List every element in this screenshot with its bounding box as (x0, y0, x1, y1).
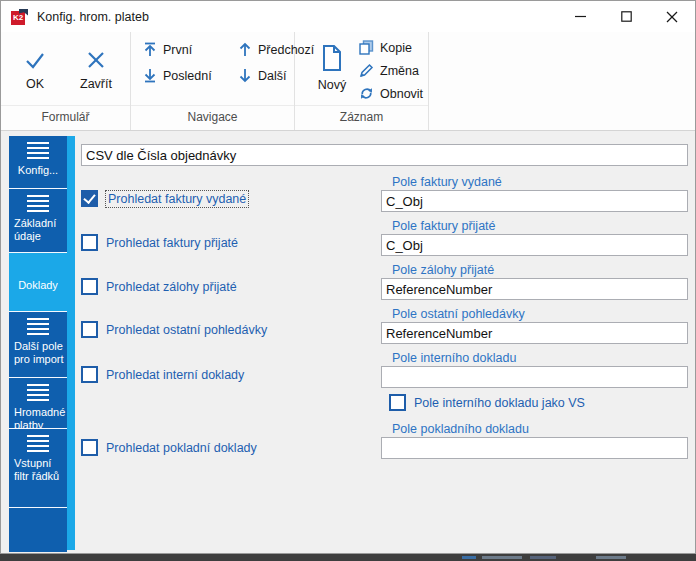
edit-pencil-icon (359, 63, 374, 78)
refresh-button[interactable]: Obnovit (359, 86, 423, 101)
checkbox-label[interactable]: Pole interního dokladu jako VS (414, 396, 585, 410)
window-controls (557, 1, 695, 32)
input-pole-ostatni-pohledavky[interactable] (381, 322, 688, 344)
edit-button-label: Změna (380, 64, 419, 78)
minimize-icon (575, 11, 586, 22)
ribbon-group-label-zaznam: Záznam (295, 105, 428, 130)
config-name-input[interactable] (81, 144, 688, 166)
input-pole-faktury-prijate[interactable] (381, 234, 688, 256)
checkbox-prohledat-ostatni-pohledavky[interactable] (81, 321, 98, 338)
ribbon: OK Zavřít Formulář (1, 32, 695, 131)
checkbox-prohledat-faktury-vydane[interactable] (81, 190, 98, 207)
sidebar-tab-hromadne-platby[interactable]: Hromadné platby (9, 378, 67, 429)
refresh-button-label: Obnovit (380, 87, 423, 101)
last-button-label: Poslední (163, 69, 212, 83)
checkbox-label[interactable]: Prohledat faktury přijaté (106, 236, 238, 250)
new-button-label: Nový (318, 78, 346, 92)
sidebar-accent-strip (67, 136, 75, 550)
close-form-button-label: Zavřít (80, 77, 112, 91)
check-row-ostatni-pohledavky: Prohledat ostatní pohledávky (81, 321, 267, 338)
checkbox-label[interactable]: Prohledat zálohy přijaté (106, 280, 237, 294)
checkbox-prohledat-interni-doklady[interactable] (81, 366, 98, 383)
ok-button[interactable]: OK (8, 35, 63, 105)
close-icon (666, 11, 678, 23)
input-pole-pokladniho-dokladu[interactable] (381, 437, 688, 459)
first-button-label: První (163, 43, 192, 57)
list-icon (27, 142, 49, 159)
next-button-label: Další (258, 69, 286, 83)
minimize-button[interactable] (557, 1, 603, 32)
list-icon (27, 384, 49, 401)
arrow-up-first-icon (143, 42, 157, 57)
field-label-pole-zalohy-prijate: Pole zálohy přijaté (392, 263, 494, 277)
checkbox-label[interactable]: Prohledat interní doklady (106, 368, 244, 382)
checkbox-label[interactable]: Prohledat ostatní pohledávky (106, 323, 267, 337)
sidebar-tab-dalsi-pole-pro-import[interactable]: Další pole pro import (9, 312, 67, 378)
list-icon (27, 435, 49, 452)
close-form-button[interactable]: Zavřít (69, 35, 124, 105)
sidebar-tab-konfig[interactable]: Konfig... (9, 136, 67, 189)
check-row-pokladni-doklady: Prohledat pokladní doklady (81, 439, 257, 456)
check-icon (24, 50, 46, 70)
ok-button-label: OK (26, 77, 44, 91)
input-pole-zalohy-prijate[interactable] (381, 278, 688, 300)
refresh-icon (359, 86, 374, 101)
ribbon-group-label-formular: Formulář (1, 105, 130, 130)
close-x-icon (86, 50, 106, 70)
arrow-up-icon (238, 42, 252, 57)
input-pole-faktury-vydane[interactable] (381, 190, 688, 212)
field-label-pole-ostatni-pohledavky: Pole ostatní pohledávky (392, 307, 525, 321)
checkbox-prohledat-zalohy-prijate[interactable] (81, 278, 98, 295)
edit-button[interactable]: Změna (359, 63, 423, 78)
ribbon-group-label-navigace: Navigace (131, 105, 294, 130)
check-row-interni-doklady: Prohledat interní doklady (81, 366, 244, 383)
check-row-zalohy-prijate: Prohledat zálohy přijaté (81, 278, 237, 295)
field-label-pole-interniho-dokladu: Pole interního dokladu (392, 351, 516, 365)
checkbox-label[interactable]: Prohledat faktury vydané (106, 191, 248, 207)
field-label-pole-pokladniho-dokladu: Pole pokladního dokladu (392, 422, 529, 436)
window-title: Konfig. hrom. plateb (37, 10, 149, 24)
sidebar: Konfig... Základní údaje Doklady Další p… (9, 136, 67, 552)
check-row-faktury-prijate: Prohledat faktury přijaté (81, 234, 238, 251)
ribbon-group-formular: OK Zavřít Formulář (1, 32, 131, 130)
arrow-down-last-icon (143, 68, 157, 83)
sidebar-tab-doklady[interactable]: Doklady (9, 253, 67, 312)
copy-button[interactable]: Kopie (359, 40, 423, 55)
ribbon-group-navigace: První Předchozí Poslední (131, 32, 295, 130)
form-body: Konfig... Základní údaje Doklady Další p… (1, 131, 695, 553)
first-button[interactable]: První (143, 42, 238, 57)
field-label-pole-faktury-prijate: Pole faktury přijaté (392, 219, 496, 233)
new-document-icon (321, 45, 343, 71)
copy-button-label: Kopie (380, 41, 412, 55)
titlebar: K2 Konfig. hrom. plateb (1, 1, 695, 33)
list-icon (27, 318, 49, 335)
sidebar-tab-zakladni-udaje[interactable]: Základní údaje (9, 189, 67, 253)
checkbox-pole-interniho-dokladu-jako-vs[interactable] (389, 394, 406, 411)
check-row-faktury-vydane: Prohledat faktury vydané (81, 190, 248, 207)
sidebar-filler (9, 508, 67, 552)
background-app-sliver (0, 554, 696, 561)
sidebar-tab-vstupni-filtr-radku[interactable]: Vstupní filtr řádků (9, 429, 67, 508)
list-icon (27, 195, 49, 212)
dialog-window: K2 Konfig. hrom. plateb OK (0, 0, 696, 554)
copy-icon (359, 40, 374, 55)
last-button[interactable]: Poslední (143, 68, 238, 83)
new-button[interactable]: Nový (305, 32, 359, 105)
close-button[interactable] (649, 1, 695, 32)
maximize-icon (621, 11, 632, 22)
check-row-vs: Pole interního dokladu jako VS (389, 394, 585, 411)
k2-logo-icon: K2 (11, 9, 28, 25)
checkbox-prohledat-pokladni-doklady[interactable] (81, 439, 98, 456)
maximize-button[interactable] (603, 1, 649, 32)
field-label-pole-faktury-vydane: Pole faktury vydané (392, 175, 502, 189)
checkbox-prohledat-faktury-prijate[interactable] (81, 234, 98, 251)
arrow-down-icon (238, 68, 252, 83)
checkbox-label[interactable]: Prohledat pokladní doklady (106, 441, 257, 455)
input-pole-interniho-dokladu[interactable] (381, 366, 688, 388)
ribbon-group-zaznam: Nový Kopie Zm (295, 32, 429, 130)
